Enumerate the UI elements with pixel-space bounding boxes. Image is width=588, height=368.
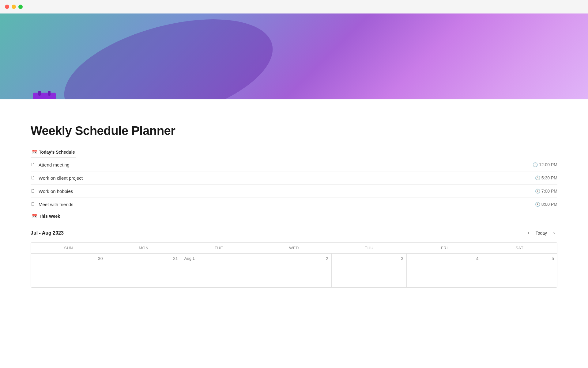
item-doc-icon: 🗋 (31, 162, 36, 167)
schedule-item: 🗋 Meet with friends 🕗 8:00 PM (31, 198, 557, 211)
item-doc-icon: 🗋 (31, 175, 36, 181)
tab-today[interactable]: 📅 Today's Schedule (31, 147, 76, 158)
calendar-body: 30 31 Aug 1 2 3 4 5 (31, 254, 557, 287)
calendar-cell-sun[interactable]: 30 (31, 254, 106, 287)
next-week-button[interactable]: › (551, 228, 557, 237)
date-nav: Jul - Aug 2023 ‹ Today › (31, 222, 557, 242)
page-title: Weekly Schedule Planner (31, 124, 557, 138)
cell-date: 4 (410, 256, 478, 261)
item-doc-icon: 🗋 (31, 201, 36, 207)
clock-icon: 🕛 (533, 162, 538, 167)
week-tab-bar: 📅 This Week (31, 211, 557, 222)
calendar-header: Sun Mon Tue Wed Thu Fri Sat (31, 243, 557, 254)
item-label: Work on hobbies (39, 189, 73, 194)
clock-icon: 🕖 (535, 189, 540, 194)
calendar-cell-fri[interactable]: 4 (407, 254, 482, 287)
clock-icon: 🕗 (535, 202, 540, 207)
item-doc-icon: 🗋 (31, 188, 36, 194)
aug-label: Aug 1 (184, 256, 253, 261)
today-tab-icon: 📅 (32, 150, 37, 155)
calendar-cell-thu[interactable]: 3 (332, 254, 407, 287)
calendar-grid: Sun Mon Tue Wed Thu Fri Sat 30 31 Aug 1 (31, 242, 557, 288)
tab-this-week[interactable]: 📅 This Week (31, 211, 61, 222)
svg-rect-2 (33, 96, 56, 99)
item-left: 🗋 Work on hobbies (31, 188, 73, 194)
close-button[interactable] (5, 5, 9, 9)
day-header-thu: Thu (332, 243, 407, 253)
main-content: Weekly Schedule Planner 📅 Today's Schedu… (0, 99, 588, 300)
maximize-button[interactable] (18, 5, 23, 9)
svg-rect-3 (38, 91, 41, 96)
item-time: 🕔 5:30 PM (535, 175, 557, 180)
calendar-icon-hero: ✓ (31, 87, 58, 99)
item-time: 🕖 7:00 PM (535, 189, 557, 194)
day-header-mon: Mon (106, 243, 181, 253)
minimize-button[interactable] (12, 5, 16, 9)
schedule-item: 🗋 Attend meeting 🕛 12:00 PM (31, 158, 557, 171)
cell-date: 31 (109, 256, 178, 261)
cell-date: 2 (259, 256, 328, 261)
cell-date: 5 (485, 256, 554, 261)
day-header-fri: Fri (407, 243, 482, 253)
schedule-item: 🗋 Work on hobbies 🕖 7:00 PM (31, 185, 557, 198)
item-label: Attend meeting (39, 162, 70, 167)
day-header-sat: Sat (482, 243, 557, 253)
week-section: 📅 This Week Jul - Aug 2023 ‹ Today › Sun… (31, 211, 557, 288)
hero-banner: ✓ (0, 13, 588, 99)
today-label[interactable]: Today (536, 231, 547, 236)
item-label: Work on client project (39, 175, 83, 181)
day-header-tue: Tue (181, 243, 256, 253)
week-tab-icon: 📅 (32, 214, 37, 219)
nav-controls: ‹ Today › (525, 228, 557, 237)
prev-week-button[interactable]: ‹ (525, 228, 532, 237)
clock-icon: 🕔 (535, 175, 540, 180)
date-range: Jul - Aug 2023 (31, 230, 64, 236)
cell-date: 3 (335, 256, 403, 261)
calendar-cell-mon[interactable]: 31 (106, 254, 181, 287)
cell-date: 30 (34, 256, 103, 261)
schedule-item: 🗋 Work on client project 🕔 5:30 PM (31, 171, 557, 185)
item-time: 🕛 12:00 PM (533, 162, 557, 167)
schedule-list: 🗋 Attend meeting 🕛 12:00 PM 🗋 Work on cl… (31, 158, 557, 211)
item-left: 🗋 Meet with friends (31, 201, 73, 207)
calendar-cell-sat[interactable]: 5 (482, 254, 557, 287)
day-header-sun: Sun (31, 243, 106, 253)
item-left: 🗋 Work on client project (31, 175, 83, 181)
calendar-cell-wed[interactable]: 2 (256, 254, 331, 287)
tab-bar: 📅 Today's Schedule (31, 147, 557, 158)
calendar-cell-tue[interactable]: Aug 1 (181, 254, 256, 287)
item-left: 🗋 Attend meeting (31, 162, 70, 167)
item-label: Meet with friends (39, 202, 73, 207)
item-time: 🕗 8:00 PM (535, 202, 557, 207)
day-header-wed: Wed (256, 243, 331, 253)
svg-rect-4 (48, 91, 51, 96)
titlebar (0, 0, 588, 13)
